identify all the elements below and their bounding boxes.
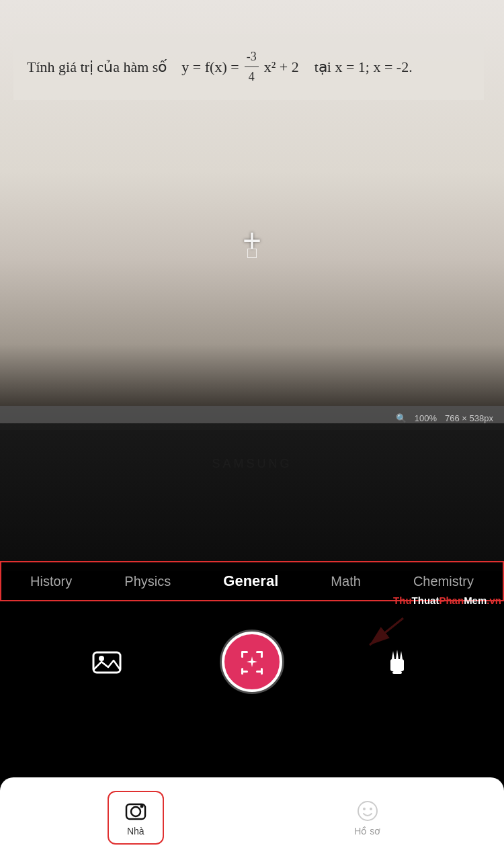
tab-history[interactable]: History: [25, 571, 77, 592]
keyboard-background: [0, 423, 504, 571]
watermark-part1: Thu: [393, 595, 412, 606]
fraction-display: -3 4: [245, 47, 259, 87]
svg-point-15: [131, 807, 140, 816]
svg-rect-5: [241, 651, 243, 658]
dimensions-display: 766 × 538px: [445, 413, 493, 423]
svg-rect-7: [261, 651, 263, 658]
nav-home[interactable]: Nhà: [108, 791, 164, 845]
tab-math[interactable]: Math: [325, 571, 366, 592]
math-formula: y = f(x) = -3 4 x² + 2 tại x = 1; x = -2…: [181, 47, 412, 87]
focus-box: [247, 249, 257, 258]
svg-point-19: [370, 808, 372, 810]
tab-chemistry[interactable]: Chemistry: [408, 571, 479, 592]
watermark-part4: Mem: [464, 595, 487, 606]
watermark-part5: .vn: [487, 595, 501, 606]
svg-point-17: [358, 802, 377, 820]
gallery-button[interactable]: [88, 643, 126, 681]
watermark-part2: Thuat: [412, 595, 439, 606]
tab-general[interactable]: General: [218, 570, 284, 593]
svg-point-16: [140, 805, 143, 808]
svg-rect-2: [93, 652, 120, 673]
search-icon-text: 🔍: [396, 413, 407, 423]
profile-label: Hồ sơ: [354, 826, 380, 836]
math-problem-display: Tính giá trị của hàm số y = f(x) = -3 4 …: [13, 34, 484, 100]
tab-physics[interactable]: Physics: [119, 571, 176, 592]
svg-rect-11: [261, 668, 263, 675]
svg-point-18: [363, 808, 366, 810]
home-label: Nhà: [127, 826, 144, 836]
math-problem-text: Tính giá trị của hàm số: [27, 58, 167, 75]
torch-button[interactable]: [378, 643, 416, 681]
camera-viewfinder: Tính giá trị của hàm số y = f(x) = -3 4 …: [0, 0, 504, 430]
svg-rect-13: [392, 671, 402, 674]
watermark-part3: Phan: [439, 595, 464, 606]
capture-button[interactable]: [222, 632, 282, 692]
svg-rect-12: [390, 659, 404, 671]
watermark: Thu Thuat Phan Mem .vn: [393, 595, 501, 606]
svg-rect-9: [241, 668, 243, 675]
action-bar: [0, 611, 504, 712]
document-background: Tính giá trị của hàm số y = f(x) = -3 4 …: [0, 0, 504, 430]
bottom-nav-bar: Nhà Hồ sơ: [0, 777, 504, 858]
zoom-level: 100%: [415, 413, 437, 423]
svg-point-3: [99, 656, 104, 661]
nav-profile[interactable]: Hồ sơ: [338, 791, 396, 845]
